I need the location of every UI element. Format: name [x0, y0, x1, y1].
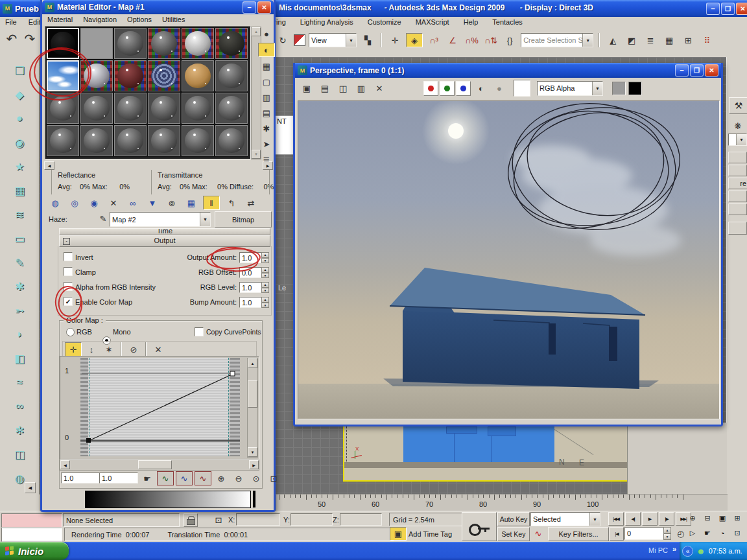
render-minimize-button[interactable]: ‒ [675, 64, 689, 76]
zoom-horiz-icon[interactable]: ⊕ [213, 472, 229, 485]
material-sample-slot[interactable] [80, 60, 113, 91]
put-material-icon[interactable]: ◎ [67, 196, 82, 209]
maximize-viewport-icon[interactable]: ⊡ [731, 527, 744, 539]
panel-dropdown[interactable]: ▼ [728, 134, 747, 146]
clear-color-swatch[interactable] [514, 80, 530, 97]
material-editor-titlebar[interactable]: M Material Editor - Map #1 ‒ ✕ [42, 0, 274, 14]
select-by-material-icon[interactable]: ➤ [259, 137, 274, 150]
show-background-icon[interactable]: ▦ [184, 196, 199, 209]
spinner-snap-icon[interactable]: ∩⇅ [483, 34, 499, 47]
curve-view-3-icon[interactable]: ∿ [195, 471, 211, 485]
material-sample-slot-sky-map[interactable] [47, 60, 79, 91]
sample-uv-tiling-icon[interactable]: ▢ [259, 75, 274, 88]
menu-tentacles[interactable]: Tentacles [492, 18, 522, 26]
mat-minimize-button[interactable]: ‒ [243, 1, 256, 14]
play-button[interactable]: ▶ [642, 512, 658, 526]
select-manipulate-icon[interactable]: ✛ [387, 34, 403, 47]
mat-menu-navigation[interactable]: Navigation [83, 16, 117, 27]
previous-frame-button[interactable]: ◀| [625, 512, 641, 526]
backlight-icon[interactable]: ◐ [258, 43, 275, 57]
z-field[interactable] [340, 513, 382, 526]
time-slider-ruler[interactable]: 5060708090100 [276, 495, 694, 511]
vehicle-icon[interactable]: ◗ [8, 326, 30, 343]
zoom-icon[interactable]: ⊕ [686, 512, 699, 524]
rgb-offset-spinner[interactable]: ▲▼ [261, 267, 269, 278]
black-swatch[interactable] [628, 82, 642, 95]
pen-tool-icon[interactable]: ✎ [8, 254, 30, 271]
zoom-region-icon[interactable]: ⊡ [266, 472, 281, 485]
shapes-icon[interactable]: ◆ [8, 86, 30, 103]
material-sample-slot[interactable] [114, 28, 147, 59]
sphere-icon[interactable]: ● [8, 110, 30, 127]
invert-checkbox[interactable] [64, 252, 73, 261]
menu-lighting-analysis[interactable]: Lighting Analysis [300, 18, 353, 26]
mat-close-button[interactable]: ✕ [257, 1, 271, 14]
material-sample-slot[interactable] [148, 93, 180, 124]
selection-set-combo[interactable]: Create Selection Set▼ [521, 33, 593, 47]
goto-time-start-button[interactable]: |◀ [610, 527, 624, 541]
curve-v-scrollbar[interactable]: ▲ ▼ [247, 358, 258, 458]
go-to-parent-icon[interactable]: ↰ [224, 196, 239, 209]
chevron-down-icon[interactable]: ▼ [589, 513, 600, 526]
options-icon[interactable]: ✱ [259, 122, 274, 135]
make-unique-icon[interactable]: ∞ [125, 196, 141, 209]
slot-scroll-left-icon[interactable]: ◀ [44, 161, 54, 170]
slot-scroll-right-icon[interactable]: ▶ [263, 161, 273, 170]
red-channel-icon[interactable] [423, 81, 438, 96]
background-icon[interactable]: ▦ [259, 60, 274, 73]
main-restore-button[interactable]: ❐ [721, 3, 735, 15]
alpha-from-rgb-checkbox[interactable] [64, 282, 73, 291]
material-sample-slot[interactable] [182, 125, 214, 156]
springs-icon[interactable]: ≋ [8, 206, 30, 223]
rotate-view-icon[interactable]: ↻ [275, 34, 290, 47]
x-field[interactable] [236, 513, 280, 526]
arc-rotate-icon[interactable]: ◔ [716, 527, 729, 539]
material-sample-slot[interactable] [182, 60, 214, 91]
view-combo[interactable]: View▼ [309, 33, 357, 47]
key-filters-button[interactable]: Key Filters... [548, 527, 609, 541]
menu-file[interactable]: File [5, 18, 17, 26]
weathervane-icon[interactable]: ➳ [8, 302, 30, 319]
assign-material-icon[interactable]: ◉ [86, 196, 102, 209]
panel-button[interactable] [728, 165, 747, 176]
material-sample-slot[interactable] [80, 125, 113, 156]
maxscript-listener-white[interactable] [1, 528, 62, 542]
toolbar-chevron-icon[interactable]: » [672, 545, 676, 553]
scroll-left-icon[interactable]: ◀ [60, 460, 70, 469]
set-key-button[interactable]: Set Key [497, 527, 530, 541]
curve-editor-icon[interactable]: ▦ [661, 34, 677, 47]
redo-icon[interactable]: ↷ [22, 32, 38, 45]
material-sample-slot[interactable] [182, 93, 214, 124]
messenger-tray-icon[interactable]: ☻ [696, 546, 706, 556]
viewport-house-shape[interactable] [403, 426, 554, 463]
pan-hand-icon[interactable]: ☛ [701, 527, 714, 539]
panel-button[interactable] [728, 222, 747, 235]
menu-customize[interactable]: Customize [368, 18, 401, 26]
collapse-minus-icon[interactable]: - [63, 238, 70, 245]
bump-amount-spinner[interactable]: ▲▼ [261, 297, 269, 308]
furniture-icon[interactable]: ◫ [8, 446, 30, 463]
zoom-all-icon[interactable]: ⊟ [701, 512, 714, 524]
reset-curves-icon[interactable]: ✕ [150, 343, 166, 356]
zoom-extents-icon[interactable]: ▣ [716, 512, 729, 524]
map-type-button[interactable]: Bitmap [215, 211, 272, 228]
alpha-channel-icon[interactable]: ● [492, 82, 507, 95]
delete-point-icon[interactable]: ⊘ [126, 343, 141, 356]
material-sample-slot[interactable] [80, 28, 113, 59]
pick-map-icon[interactable]: ✎ [95, 212, 111, 225]
gear-utility-icon[interactable]: ❋ [730, 119, 746, 132]
pan-curve-icon[interactable]: ☛ [139, 472, 155, 485]
align-icon[interactable]: ◩ [624, 34, 639, 47]
layout-icon[interactable]: ▚ [360, 34, 375, 47]
primitives-icon[interactable]: ❒ [8, 62, 30, 79]
color-swatch-icon[interactable] [294, 34, 305, 46]
scroll-right-icon[interactable]: ▶ [249, 460, 259, 469]
render-maximize-button[interactable]: ❐ [690, 64, 704, 76]
layers-icon[interactable]: ≣ [643, 34, 658, 47]
material-sample-slot[interactable] [80, 93, 113, 124]
utilities-tab-hammer-icon[interactable]: ⚒ [729, 97, 747, 114]
y-field[interactable] [290, 513, 333, 526]
render-close-button[interactable]: ✕ [705, 64, 718, 76]
chevron-down-icon[interactable]: ▼ [736, 134, 746, 145]
transform-typein-icon[interactable]: ⊡ [211, 513, 226, 526]
